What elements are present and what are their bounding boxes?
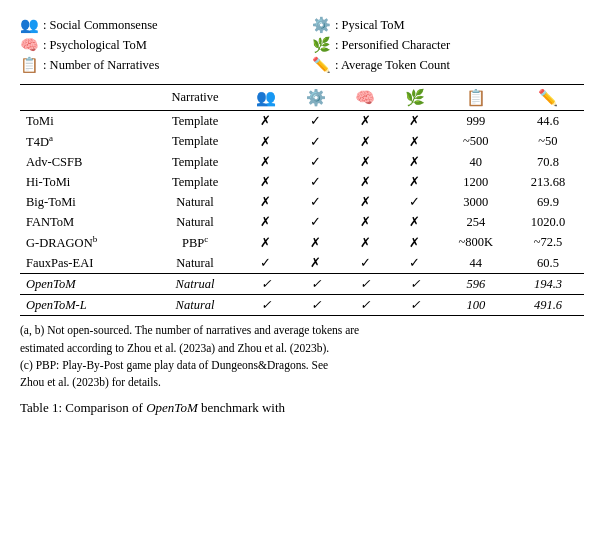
row-c3: ✗ xyxy=(340,192,390,212)
row-tok: ~50 xyxy=(512,131,584,152)
row-name: G-DRAGONb xyxy=(20,232,149,253)
row-num: 1200 xyxy=(440,172,512,192)
row-name: Big-ToMi xyxy=(20,192,149,212)
tokens-icon: ✏️ xyxy=(312,56,331,74)
row-c3: ✓ xyxy=(340,253,390,274)
row-tok: 213.68 xyxy=(512,172,584,192)
legend-label-tokens: : Average Token Count xyxy=(335,58,450,73)
table-row: Big-ToMi Natural ✗ ✓ ✗ ✓ 3000 69.9 xyxy=(20,192,584,212)
row-name: FANToM xyxy=(20,212,149,232)
row-c2: ✓ xyxy=(291,111,341,132)
personified-icon: 🌿 xyxy=(312,36,331,54)
row-name: T4Da xyxy=(20,131,149,152)
row-c4: ✓ xyxy=(390,274,440,295)
row-narrative: Natural xyxy=(149,192,241,212)
table-row-opentom-l: OpenToM-L Natural ✓ ✓ ✓ ✓ 100 491.6 xyxy=(20,295,584,316)
row-narrative: Natural xyxy=(149,253,241,274)
row-c4: ✗ xyxy=(390,111,440,132)
row-tok: 44.6 xyxy=(512,111,584,132)
table-row-opentom: OpenToM Natrual ✓ ✓ ✓ ✓ 596 194.3 xyxy=(20,274,584,295)
row-c2: ✓ xyxy=(291,274,341,295)
row-tok: 194.3 xyxy=(512,274,584,295)
col-header-social: 👥 xyxy=(241,85,291,111)
col-header-personified: 🌿 xyxy=(390,85,440,111)
legend-label-social: : Social Commonsense xyxy=(43,18,158,33)
col-header-num-narratives: 📋 xyxy=(440,85,512,111)
row-num: 44 xyxy=(440,253,512,274)
legend: 👥 : Social Commonsense ⚙️ : Pysical ToM … xyxy=(20,16,584,74)
row-tok: 491.6 xyxy=(512,295,584,316)
row-tok: ~72.5 xyxy=(512,232,584,253)
row-name: OpenToM xyxy=(20,274,149,295)
row-narrative: Template xyxy=(149,152,241,172)
row-tok: 1020.0 xyxy=(512,212,584,232)
comparison-table: Narrative 👥 ⚙️ 🧠 🌿 📋 ✏️ ToMi Template ✗ … xyxy=(20,84,584,316)
row-name: Hi-ToMi xyxy=(20,172,149,192)
legend-item-narratives: 📋 : Number of Narratives xyxy=(20,56,292,74)
row-num: 596 xyxy=(440,274,512,295)
footnotes: (a, b) Not open-sourced. The number of n… xyxy=(20,322,584,391)
row-num: 40 xyxy=(440,152,512,172)
legend-item-personified: 🌿 : Personified Character xyxy=(312,36,584,54)
row-tok: 70.8 xyxy=(512,152,584,172)
row-c2: ✓ xyxy=(291,212,341,232)
col-header-physical: ⚙️ xyxy=(291,85,341,111)
table-row: T4Da Template ✗ ✓ ✗ ✗ ~500 ~50 xyxy=(20,131,584,152)
physical-icon: ⚙️ xyxy=(312,16,331,34)
row-c3: ✗ xyxy=(340,172,390,192)
table-row: FANToM Natural ✗ ✓ ✗ ✗ 254 1020.0 xyxy=(20,212,584,232)
row-name: ToMi xyxy=(20,111,149,132)
row-c4: ✓ xyxy=(390,253,440,274)
row-c4: ✗ xyxy=(390,232,440,253)
row-num: 3000 xyxy=(440,192,512,212)
row-narrative: PBPc xyxy=(149,232,241,253)
footnote-3: (c) PBP: Play-By-Post game play data of … xyxy=(20,357,584,374)
row-c1: ✗ xyxy=(241,152,291,172)
row-c2: ✓ xyxy=(291,192,341,212)
table-row: FauxPas-EAI Natural ✓ ✗ ✓ ✓ 44 60.5 xyxy=(20,253,584,274)
table-row: Hi-ToMi Template ✗ ✓ ✗ ✗ 1200 213.68 xyxy=(20,172,584,192)
row-c4: ✗ xyxy=(390,212,440,232)
row-c3: ✓ xyxy=(340,274,390,295)
row-c4: ✓ xyxy=(390,192,440,212)
caption-text: Table 1: Comparison of OpenToM benchmark… xyxy=(20,400,285,415)
legend-item-physical: ⚙️ : Pysical ToM xyxy=(312,16,584,34)
row-name: FauxPas-EAI xyxy=(20,253,149,274)
row-name: Adv-CSFB xyxy=(20,152,149,172)
row-name: OpenToM-L xyxy=(20,295,149,316)
row-c3: ✗ xyxy=(340,152,390,172)
col-header-name xyxy=(20,85,149,111)
footnote-1: (a, b) Not open-sourced. The number of n… xyxy=(20,322,584,339)
row-c4: ✗ xyxy=(390,131,440,152)
row-c1: ✓ xyxy=(241,295,291,316)
legend-label-physical: : Pysical ToM xyxy=(335,18,405,33)
row-narrative: Natrual xyxy=(149,274,241,295)
legend-label-personified: : Personified Character xyxy=(335,38,450,53)
row-c2: ✓ xyxy=(291,131,341,152)
row-c2: ✓ xyxy=(291,172,341,192)
row-c3: ✗ xyxy=(340,212,390,232)
row-num: 254 xyxy=(440,212,512,232)
row-c3: ✗ xyxy=(340,131,390,152)
col-header-narrative: Narrative xyxy=(149,85,241,111)
footnote-4: Zhou et al. (2023b) for details. xyxy=(20,374,584,391)
row-tok: 60.5 xyxy=(512,253,584,274)
legend-item-psychological: 🧠 : Psychological ToM xyxy=(20,36,292,54)
row-c1: ✗ xyxy=(241,192,291,212)
legend-item-tokens: ✏️ : Average Token Count xyxy=(312,56,584,74)
row-tok: 69.9 xyxy=(512,192,584,212)
table-header-row: Narrative 👥 ⚙️ 🧠 🌿 📋 ✏️ xyxy=(20,85,584,111)
row-narrative: Template xyxy=(149,172,241,192)
col-header-psychological: 🧠 xyxy=(340,85,390,111)
row-narrative: Template xyxy=(149,111,241,132)
row-narrative: Natural xyxy=(149,295,241,316)
footnote-2: estimated according to Zhou et al. (2023… xyxy=(20,340,584,357)
row-c3: ✗ xyxy=(340,111,390,132)
row-num: 100 xyxy=(440,295,512,316)
row-c2: ✓ xyxy=(291,152,341,172)
table-row: G-DRAGONb PBPc ✗ ✗ ✗ ✗ ~800K ~72.5 xyxy=(20,232,584,253)
row-c1: ✗ xyxy=(241,232,291,253)
row-narrative: Template xyxy=(149,131,241,152)
col-header-avg-token: ✏️ xyxy=(512,85,584,111)
row-num: 999 xyxy=(440,111,512,132)
